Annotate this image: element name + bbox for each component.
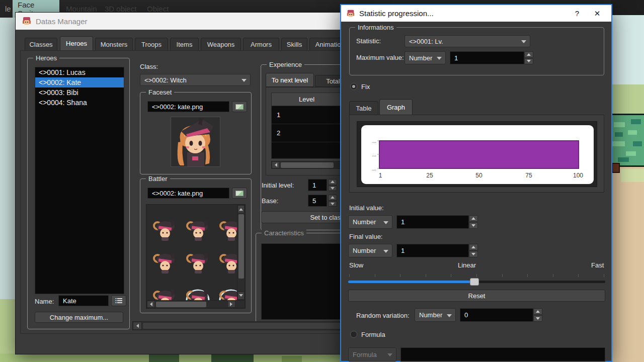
reset-button[interactable]: Reset — [348, 290, 605, 302]
battler-horizontal-scrollbar[interactable] — [146, 300, 245, 308]
chart-area-series — [379, 141, 579, 168]
datas-manager-titlebar[interactable]: Datas Manager — [16, 13, 377, 30]
tab-monsters[interactable]: Monsters — [95, 38, 133, 51]
slider-label-fast: Fast — [591, 261, 604, 269]
name-label: Name: — [35, 298, 54, 305]
faceset-image — [171, 117, 220, 166]
initial-value-stepper[interactable] — [469, 215, 478, 229]
class-combo[interactable]: <>0002: Witch — [140, 74, 251, 86]
dialog-tab-table[interactable]: Table — [349, 101, 378, 115]
spin-up-button[interactable] — [469, 215, 478, 222]
slider-handle[interactable] — [470, 278, 479, 286]
spin-up-button[interactable] — [469, 244, 478, 250]
spin-up-button[interactable] — [328, 195, 337, 201]
random-variation-stepper[interactable] — [533, 308, 542, 322]
tab-armors[interactable]: Armors — [243, 38, 279, 51]
list-lines-icon — [115, 298, 122, 303]
slider-label-linear: Linear — [458, 261, 476, 269]
scroll-left-button[interactable] — [133, 322, 142, 330]
window-title: Datas Manager — [36, 17, 88, 26]
maximum-type-value: Number — [409, 54, 432, 62]
help-button[interactable]: ? — [567, 5, 587, 22]
dialog-titlebar[interactable]: Statistic progression... ? ✕ — [341, 5, 611, 22]
spin-up-button[interactable] — [533, 308, 542, 315]
final-value-label: Final value: — [349, 233, 382, 240]
battler-picker-button[interactable] — [232, 188, 247, 199]
tab-weapons[interactable]: Weapons — [201, 38, 241, 51]
formula-radio-label[interactable]: Formula — [361, 331, 385, 338]
scroll-up-button[interactable] — [237, 205, 245, 213]
tab-heroes[interactable]: Heroes — [60, 36, 93, 51]
list-item-hero[interactable]: <>0004: Shana — [35, 98, 124, 108]
battler-file-field[interactable]: <>0002: kate.png — [147, 188, 229, 199]
tab-items[interactable]: Items — [170, 38, 199, 51]
x-tick-label: 25 — [426, 172, 433, 179]
scroll-left-button[interactable] — [147, 301, 155, 308]
maximum-value-type-combo[interactable]: Number — [405, 51, 446, 64]
initial-level-input[interactable]: 1 — [308, 179, 327, 191]
base-stepper[interactable] — [328, 195, 337, 207]
tab-classes[interactable]: Classes — [25, 38, 57, 51]
initial-level-stepper[interactable] — [328, 179, 337, 191]
scroll-right-button[interactable] — [227, 301, 235, 308]
change-maximum-button[interactable]: Change maximum... — [35, 312, 123, 323]
spin-down-button[interactable] — [469, 222, 478, 229]
y-tick-label: ... — [372, 152, 376, 157]
exp-tab-to-next-level[interactable]: To next level — [266, 73, 314, 87]
heroes-list[interactable]: <>0001: Lucas <>0002: Kate <>0003: Bibi … — [35, 67, 124, 294]
list-item-hero[interactable]: <>0003: Bibi — [35, 87, 124, 98]
scroll-left-button[interactable] — [272, 161, 280, 168]
arrow-down-icon — [331, 187, 335, 192]
final-value-type-combo[interactable]: Number — [348, 244, 392, 257]
maximum-value-stepper[interactable] — [524, 51, 533, 64]
map-background — [611, 0, 644, 362]
spin-down-button[interactable] — [328, 186, 337, 192]
spin-down-button[interactable] — [328, 201, 337, 207]
statistic-combo[interactable]: <>0001: Lv. — [405, 35, 530, 47]
final-value-stepper[interactable] — [469, 244, 478, 257]
battler-sprite-view[interactable] — [146, 204, 246, 309]
final-value-input[interactable]: 1 — [396, 244, 469, 257]
faceset-file-field[interactable]: <>0002: kate.png — [147, 101, 229, 112]
tileset-panel-strip — [0, 18, 15, 299]
faceset-group-label: Faceset — [146, 88, 174, 96]
random-variation-type-combo[interactable]: Number — [415, 308, 456, 322]
faceset-picker-button[interactable] — [232, 101, 247, 112]
dialog-tab-graph[interactable]: Graph — [379, 99, 413, 115]
initial-value-type-combo[interactable]: Number — [348, 215, 392, 229]
scrollbar-handle[interactable] — [281, 162, 334, 168]
tab-skills[interactable]: Skills — [281, 38, 307, 51]
battler-vertical-scrollbar[interactable] — [237, 205, 245, 300]
fix-radio-label[interactable]: Fix — [361, 83, 370, 90]
scroll-down-button[interactable] — [237, 292, 245, 300]
scrollbar-handle[interactable] — [238, 214, 244, 279]
list-item-hero[interactable]: <>0001: Lucas — [35, 67, 124, 77]
spin-up-button[interactable] — [328, 179, 337, 185]
initial-value-label: Initial value: — [349, 204, 384, 212]
y-tick-label: ... — [372, 138, 376, 144]
tab-troops[interactable]: Troops — [135, 38, 168, 51]
spin-down-button[interactable] — [469, 251, 478, 257]
edit-name-button[interactable] — [111, 295, 126, 306]
spin-down-button[interactable] — [533, 315, 542, 322]
exp-column-header-level[interactable]: Level — [272, 93, 342, 106]
formula-radio[interactable] — [350, 331, 357, 338]
name-input[interactable]: Kate — [58, 295, 109, 306]
initial-value-input[interactable]: 1 — [396, 215, 469, 229]
close-button[interactable]: ✕ — [587, 5, 607, 22]
base-input[interactable]: 5 — [308, 195, 327, 207]
scrollbar-handle[interactable] — [143, 323, 359, 329]
chevron-down-icon — [521, 40, 526, 46]
formula-input[interactable] — [400, 347, 605, 361]
slider-label-slow: Slow — [349, 261, 363, 269]
fix-radio[interactable] — [350, 83, 357, 90]
spin-down-button[interactable] — [524, 58, 533, 65]
x-tick-label: 50 — [475, 172, 482, 179]
maximum-value-input[interactable]: 1 — [450, 51, 524, 64]
list-item-hero-selected[interactable]: <>0002: Kate — [35, 77, 124, 87]
spin-up-button[interactable] — [524, 51, 533, 58]
scrollbar-handle[interactable] — [156, 302, 206, 307]
exp-cell-level: 2 — [272, 129, 342, 137]
random-variation-input[interactable]: 0 — [460, 308, 533, 322]
pane-horizontal-scrollbar[interactable] — [132, 321, 369, 330]
